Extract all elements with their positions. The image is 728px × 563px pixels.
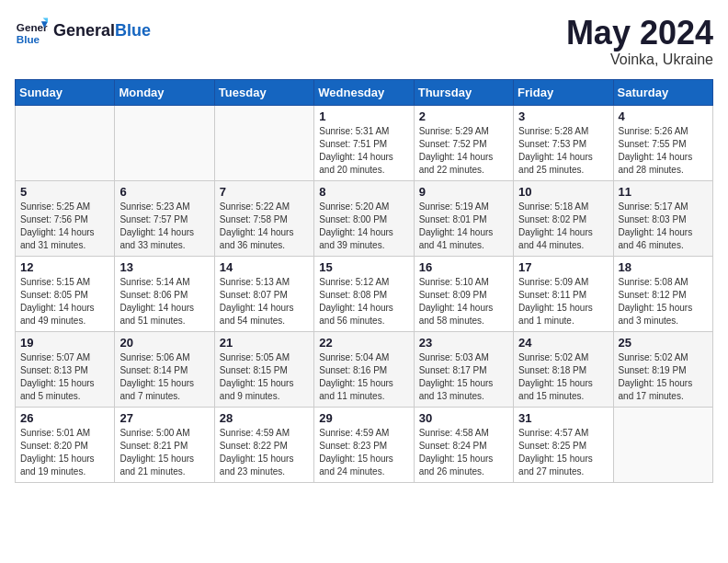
title-block: May 2024 Voinka, Ukraine (566, 15, 713, 68)
calendar-cell: 19Sunrise: 5:07 AM Sunset: 8:13 PM Dayli… (16, 331, 115, 407)
calendar-cell: 17Sunrise: 5:09 AM Sunset: 8:11 PM Dayli… (514, 256, 613, 331)
day-number: 15 (319, 260, 408, 274)
logo-blue: Blue (115, 21, 151, 40)
day-number: 8 (319, 185, 408, 199)
day-info: Sunrise: 5:07 AM Sunset: 8:13 PM Dayligh… (20, 351, 109, 403)
day-number: 20 (119, 336, 209, 350)
calendar-cell (115, 105, 214, 180)
calendar-cell: 27Sunrise: 5:00 AM Sunset: 8:21 PM Dayli… (115, 407, 214, 482)
day-info: Sunrise: 5:06 AM Sunset: 8:14 PM Dayligh… (119, 351, 209, 403)
day-info: Sunrise: 5:04 AM Sunset: 8:16 PM Dayligh… (319, 351, 408, 403)
day-info: Sunrise: 4:57 AM Sunset: 8:25 PM Dayligh… (518, 427, 608, 478)
day-info: Sunrise: 5:28 AM Sunset: 7:53 PM Dayligh… (518, 125, 608, 177)
weekday-header-monday: Monday (115, 79, 214, 105)
day-info: Sunrise: 5:14 AM Sunset: 8:06 PM Dayligh… (119, 276, 209, 327)
day-info: Sunrise: 5:02 AM Sunset: 8:19 PM Dayligh… (619, 351, 708, 403)
day-info: Sunrise: 5:19 AM Sunset: 8:01 PM Dayligh… (419, 201, 508, 252)
calendar-cell (16, 105, 115, 180)
calendar-cell: 15Sunrise: 5:12 AM Sunset: 8:08 PM Dayli… (314, 256, 414, 331)
calendar-cell: 9Sunrise: 5:19 AM Sunset: 8:01 PM Daylig… (414, 180, 513, 256)
day-number: 23 (419, 336, 508, 350)
calendar-cell: 5Sunrise: 5:25 AM Sunset: 7:56 PM Daylig… (16, 180, 115, 256)
day-number: 4 (619, 109, 708, 123)
page-header: General Blue GeneralBlue May 2024 Voinka… (15, 15, 713, 68)
weekday-header-saturday: Saturday (613, 79, 712, 105)
day-number: 21 (220, 336, 309, 350)
day-info: Sunrise: 5:17 AM Sunset: 8:03 PM Dayligh… (619, 201, 708, 252)
calendar-week-5: 26Sunrise: 5:01 AM Sunset: 8:20 PM Dayli… (16, 407, 713, 482)
weekday-header-wednesday: Wednesday (314, 79, 414, 105)
day-number: 10 (518, 185, 608, 199)
calendar-cell: 2Sunrise: 5:29 AM Sunset: 7:52 PM Daylig… (414, 105, 513, 180)
day-info: Sunrise: 5:05 AM Sunset: 8:15 PM Dayligh… (220, 351, 309, 403)
day-number: 9 (419, 185, 508, 199)
weekday-header-tuesday: Tuesday (214, 79, 313, 105)
calendar-cell: 7Sunrise: 5:22 AM Sunset: 7:58 PM Daylig… (214, 180, 313, 256)
day-number: 14 (220, 260, 309, 274)
calendar-week-4: 19Sunrise: 5:07 AM Sunset: 8:13 PM Dayli… (16, 331, 713, 407)
day-number: 12 (20, 260, 109, 274)
day-number: 2 (419, 109, 508, 123)
calendar-cell: 3Sunrise: 5:28 AM Sunset: 7:53 PM Daylig… (514, 105, 613, 180)
day-info: Sunrise: 5:09 AM Sunset: 8:11 PM Dayligh… (518, 276, 608, 327)
calendar-cell: 6Sunrise: 5:23 AM Sunset: 7:57 PM Daylig… (115, 180, 214, 256)
day-number: 25 (619, 336, 708, 350)
day-info: Sunrise: 4:59 AM Sunset: 8:22 PM Dayligh… (220, 427, 309, 478)
calendar-cell: 12Sunrise: 5:15 AM Sunset: 8:05 PM Dayli… (16, 256, 115, 331)
day-number: 27 (119, 411, 209, 425)
day-info: Sunrise: 5:08 AM Sunset: 8:12 PM Dayligh… (619, 276, 708, 327)
weekday-header-friday: Friday (514, 79, 613, 105)
weekday-header-row: SundayMondayTuesdayWednesdayThursdayFrid… (16, 79, 713, 105)
calendar-cell: 14Sunrise: 5:13 AM Sunset: 8:07 PM Dayli… (214, 256, 313, 331)
day-number: 28 (220, 411, 309, 425)
calendar-cell: 11Sunrise: 5:17 AM Sunset: 8:03 PM Dayli… (613, 180, 712, 256)
calendar-cell: 25Sunrise: 5:02 AM Sunset: 8:19 PM Dayli… (613, 331, 712, 407)
day-number: 5 (20, 185, 109, 199)
day-number: 16 (419, 260, 508, 274)
day-info: Sunrise: 5:31 AM Sunset: 7:51 PM Dayligh… (319, 125, 408, 177)
day-number: 1 (319, 109, 408, 123)
day-info: Sunrise: 4:58 AM Sunset: 8:24 PM Dayligh… (419, 427, 508, 478)
calendar-cell: 4Sunrise: 5:26 AM Sunset: 7:55 PM Daylig… (613, 105, 712, 180)
day-number: 24 (518, 336, 608, 350)
svg-text:Blue: Blue (17, 33, 40, 45)
calendar-cell: 18Sunrise: 5:08 AM Sunset: 8:12 PM Dayli… (613, 256, 712, 331)
day-info: Sunrise: 5:02 AM Sunset: 8:18 PM Dayligh… (518, 351, 608, 403)
day-number: 29 (319, 411, 408, 425)
day-info: Sunrise: 5:01 AM Sunset: 8:20 PM Dayligh… (20, 427, 109, 478)
day-number: 19 (20, 336, 109, 350)
calendar-cell: 23Sunrise: 5:03 AM Sunset: 8:17 PM Dayli… (414, 331, 513, 407)
day-number: 22 (319, 336, 408, 350)
day-info: Sunrise: 5:03 AM Sunset: 8:17 PM Dayligh… (419, 351, 508, 403)
calendar-cell: 13Sunrise: 5:14 AM Sunset: 8:06 PM Dayli… (115, 256, 214, 331)
day-number: 3 (518, 109, 608, 123)
calendar-cell (214, 105, 313, 180)
calendar-cell: 26Sunrise: 5:01 AM Sunset: 8:20 PM Dayli… (16, 407, 115, 482)
day-info: Sunrise: 5:26 AM Sunset: 7:55 PM Dayligh… (619, 125, 708, 177)
day-info: Sunrise: 5:25 AM Sunset: 7:56 PM Dayligh… (20, 201, 109, 252)
day-info: Sunrise: 5:10 AM Sunset: 8:09 PM Dayligh… (419, 276, 508, 327)
day-number: 11 (619, 185, 708, 199)
logo-icon: General Blue (15, 15, 48, 48)
logo-general: General (53, 21, 115, 40)
calendar-cell: 22Sunrise: 5:04 AM Sunset: 8:16 PM Dayli… (314, 331, 414, 407)
calendar-title: May 2024 (566, 15, 713, 52)
calendar-cell: 1Sunrise: 5:31 AM Sunset: 7:51 PM Daylig… (314, 105, 414, 180)
day-info: Sunrise: 5:15 AM Sunset: 8:05 PM Dayligh… (20, 276, 109, 327)
day-info: Sunrise: 5:18 AM Sunset: 8:02 PM Dayligh… (518, 201, 608, 252)
calendar-cell: 20Sunrise: 5:06 AM Sunset: 8:14 PM Dayli… (115, 331, 214, 407)
calendar-location: Voinka, Ukraine (566, 52, 713, 68)
day-info: Sunrise: 5:00 AM Sunset: 8:21 PM Dayligh… (119, 427, 209, 478)
day-number: 6 (119, 185, 209, 199)
calendar-week-2: 5Sunrise: 5:25 AM Sunset: 7:56 PM Daylig… (16, 180, 713, 256)
day-number: 7 (220, 185, 309, 199)
calendar-cell: 28Sunrise: 4:59 AM Sunset: 8:22 PM Dayli… (214, 407, 313, 482)
day-number: 26 (20, 411, 109, 425)
day-number: 13 (119, 260, 209, 274)
day-info: Sunrise: 5:20 AM Sunset: 8:00 PM Dayligh… (319, 201, 408, 252)
day-number: 30 (419, 411, 508, 425)
calendar-cell: 8Sunrise: 5:20 AM Sunset: 8:00 PM Daylig… (314, 180, 414, 256)
calendar-cell: 31Sunrise: 4:57 AM Sunset: 8:25 PM Dayli… (514, 407, 613, 482)
calendar-cell: 30Sunrise: 4:58 AM Sunset: 8:24 PM Dayli… (414, 407, 513, 482)
calendar-cell: 21Sunrise: 5:05 AM Sunset: 8:15 PM Dayli… (214, 331, 313, 407)
